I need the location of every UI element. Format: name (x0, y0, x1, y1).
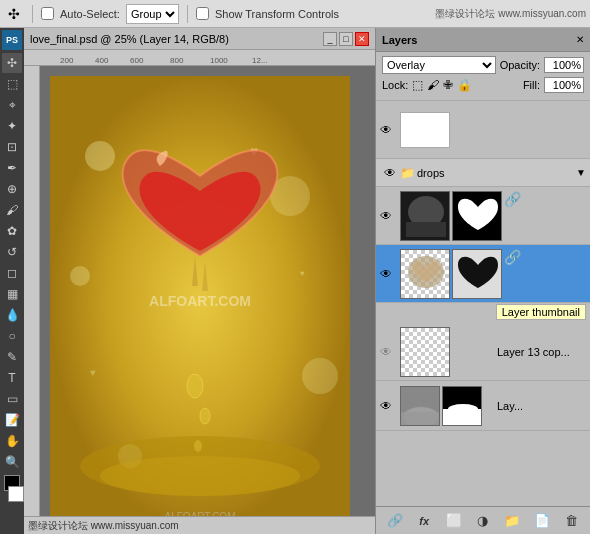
close-button[interactable]: ✕ (355, 32, 369, 46)
layer-info: Lay... (493, 398, 590, 414)
svg-point-27 (448, 404, 478, 414)
panel-footer: 🔗 fx ⬜ ◑ 📁 📄 🗑 (376, 506, 590, 534)
separator-2 (187, 5, 188, 23)
gradient-tool[interactable]: ▦ (2, 284, 22, 304)
list-item[interactable]: 👁 (376, 245, 590, 303)
layer-thumbnails: 🔗 (396, 246, 590, 302)
blur-tool[interactable]: 💧 (2, 305, 22, 325)
layer-visibility-eye[interactable]: 👁 (376, 399, 396, 413)
layer-thumb-mask (452, 191, 502, 241)
layer-thumbnails (396, 324, 493, 380)
opacity-input[interactable] (544, 57, 584, 73)
hand-tool[interactable]: ✋ (2, 431, 22, 451)
ps-logo: PS (2, 30, 22, 50)
transform-label: Show Transform Controls (215, 8, 339, 20)
lock-transparent-icon[interactable]: ⬚ (412, 78, 423, 92)
layer-thumb-mask (452, 249, 502, 299)
lock-label: Lock: (382, 79, 408, 91)
pen-tool[interactable]: ✎ (2, 347, 22, 367)
fx-button[interactable]: fx (414, 511, 434, 531)
site-text: 墨绿设计论坛 www.missyuan.com (435, 7, 586, 21)
add-mask-button[interactable]: ⬜ (444, 511, 464, 531)
left-toolbar: PS ✣ ⬚ ⌖ ✦ ⊡ ✒ ⊕ 🖌 ✿ ↺ ◻ ▦ 💧 ○ ✎ T ▭ 📝 ✋… (0, 28, 24, 534)
layer-thumb-main (400, 249, 450, 299)
layer-info: Layer 13 cop... (493, 344, 590, 360)
layer-group-name: drops (417, 167, 445, 179)
move-tool[interactable]: ✣ (2, 53, 22, 73)
lock-all-icon[interactable]: 🔒 (457, 78, 472, 92)
lasso-tool[interactable]: ⌖ (2, 95, 22, 115)
magic-wand-tool[interactable]: ✦ (2, 116, 22, 136)
zoom-tool[interactable]: 🔍 (2, 452, 22, 472)
adjustment-layer-button[interactable]: ◑ (473, 511, 493, 531)
layer-thumb-main (400, 327, 450, 377)
auto-select-label: Auto-Select: (60, 8, 120, 20)
layer-visibility-eye[interactable]: 👁 (376, 345, 396, 359)
svg-point-3 (70, 266, 90, 286)
layer-visibility-eye[interactable]: 👁 (376, 209, 396, 223)
layer-visibility-eye[interactable]: 👁 (376, 267, 396, 281)
list-item[interactable]: 👁 Layer 13 cop... (376, 323, 590, 381)
marquee-tool[interactable]: ⬚ (2, 74, 22, 94)
auto-select-checkbox[interactable] (41, 7, 54, 20)
lock-position-icon[interactable]: ✙ (443, 78, 453, 92)
stamp-tool[interactable]: ✿ (2, 221, 22, 241)
new-group-button[interactable]: 📁 (502, 511, 522, 531)
brush-tool[interactable]: 🖌 (2, 200, 22, 220)
layers-panel: Layers ✕ NormalDissolveDarkenMultiplyCol… (375, 28, 590, 534)
dodge-tool[interactable]: ○ (2, 326, 22, 346)
canvas-content[interactable]: ♥ ♥ ♥ (40, 66, 375, 534)
history-tool[interactable]: ↺ (2, 242, 22, 262)
layer-visibility-eye[interactable]: 👁 (376, 123, 396, 137)
layer-thumb-main (400, 386, 440, 426)
opacity-label: Opacity: (500, 59, 540, 71)
maximize-button[interactable]: □ (339, 32, 353, 46)
svg-point-1 (85, 141, 115, 171)
panel-close-button[interactable]: ✕ (576, 34, 584, 45)
layer-thumb-mask (442, 386, 482, 426)
move-tool-icon[interactable]: ✣ (4, 4, 24, 24)
notes-tool[interactable]: 📝 (2, 410, 22, 430)
list-item[interactable]: 👁 (376, 101, 590, 159)
crop-tool[interactable]: ⊡ (2, 137, 22, 157)
ruler-horizontal: 200 400 600 800 1000 12... (24, 50, 375, 66)
delete-layer-button[interactable]: 🗑 (561, 511, 581, 531)
transform-checkbox[interactable] (196, 7, 209, 20)
panel-controls: NormalDissolveDarkenMultiplyColor BurnLi… (376, 52, 590, 101)
layer-thumbnail-tooltip: Layer thumbnail (496, 304, 586, 320)
folder-icon: 📁 (400, 166, 415, 180)
lock-image-icon[interactable]: 🖌 (427, 78, 439, 92)
group-select[interactable]: Group (126, 4, 179, 24)
background-color[interactable] (8, 486, 24, 502)
svg-text:♥: ♥ (300, 269, 305, 278)
eyedropper-tool[interactable]: ✒ (2, 158, 22, 178)
minimize-button[interactable]: _ (323, 32, 337, 46)
layers-list[interactable]: 👁 👁 📁 drops ▼ 👁 (376, 101, 590, 506)
link-layers-button[interactable]: 🔗 (385, 511, 405, 531)
layer-group-drops[interactable]: 👁 📁 drops ▼ (376, 159, 590, 187)
new-layer-button[interactable]: 📄 (532, 511, 552, 531)
ruler-vertical (24, 66, 40, 534)
group-collapse-icon[interactable]: ▼ (576, 167, 586, 178)
panel-title: Layers (382, 34, 417, 46)
fill-input[interactable] (544, 77, 584, 93)
layer-thumbnails (396, 383, 493, 429)
list-item[interactable]: 👁 (376, 381, 590, 431)
healing-tool[interactable]: ⊕ (2, 179, 22, 199)
canvas-title: love_final.psd @ 25% (Layer 14, RGB/8) (30, 33, 229, 45)
shape-tool[interactable]: ▭ (2, 389, 22, 409)
eraser-tool[interactable]: ◻ (2, 263, 22, 283)
layer-thumbnails: 🔗 (396, 188, 590, 244)
layer-thumb-main (400, 191, 450, 241)
ruler-ticks: 200 400 600 800 1000 12... (40, 50, 375, 65)
svg-point-11 (187, 374, 203, 398)
canvas-titlebar: love_final.psd @ 25% (Layer 14, RGB/8) _… (24, 28, 375, 50)
blend-mode-select[interactable]: NormalDissolveDarkenMultiplyColor BurnLi… (382, 56, 496, 74)
list-item[interactable]: 👁 (376, 187, 590, 245)
svg-point-4 (302, 358, 338, 394)
text-tool[interactable]: T (2, 368, 22, 388)
layer-visibility-eye[interactable]: 👁 (380, 166, 400, 180)
canvas-area: love_final.psd @ 25% (Layer 14, RGB/8) _… (24, 28, 375, 534)
bottom-bar-text: 墨绿设计论坛 www.missyuan.com (28, 519, 179, 533)
svg-point-12 (200, 408, 210, 424)
